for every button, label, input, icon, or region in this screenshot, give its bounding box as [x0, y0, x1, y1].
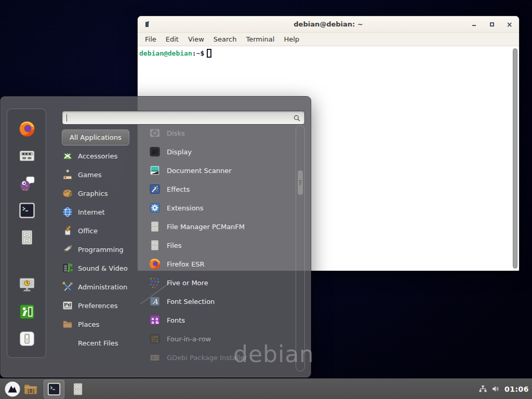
menu-view[interactable]: View: [183, 33, 209, 46]
prompt-colon: :: [192, 49, 196, 57]
text-caret: [66, 114, 67, 122]
app-item-firefox-esr[interactable]: Firefox ESR: [149, 255, 295, 273]
category-graphics[interactable]: Graphics: [62, 184, 146, 203]
app-item-document-scanner[interactable]: Document Scanner: [149, 161, 295, 180]
document-scanner-icon: [149, 164, 161, 177]
menu-file[interactable]: File: [140, 33, 161, 46]
menu-search-bar: [62, 111, 305, 125]
preferences-icon: [62, 300, 73, 311]
volume-icon[interactable]: [491, 384, 500, 393]
category-preferences[interactable]: Preferences: [62, 296, 146, 315]
favorites-panel: [7, 109, 46, 358]
file-cabinet-icon: [149, 220, 161, 233]
file-cabinet-icon: [149, 239, 161, 251]
shell-prompt: debian@debian:~$: [139, 49, 211, 58]
internet-globe-icon: [62, 206, 73, 218]
menu-scrollbar-track[interactable]: [296, 125, 305, 371]
menu-terminal[interactable]: Terminal: [241, 33, 279, 46]
fonts-icon: a aa &: [149, 314, 161, 326]
accessories-icon: [62, 150, 73, 162]
svg-text:a &: a &: [152, 320, 159, 325]
prompt-dollar: $: [200, 49, 204, 57]
search-icon: [293, 114, 301, 122]
scrollbar-grip-icon: [299, 180, 301, 185]
close-icon: ×: [507, 21, 513, 28]
places-folder-icon: [62, 318, 73, 330]
maximize-icon: [490, 22, 494, 26]
five-or-more-icon: [149, 276, 161, 289]
app-item-disks[interactable]: Disks: [149, 124, 295, 142]
games-icon: [62, 169, 73, 180]
search-input[interactable]: [63, 112, 304, 124]
svg-text:A: A: [152, 298, 158, 305]
menu-launcher-button[interactable]: [4, 381, 21, 397]
app-item-extensions[interactable]: Extensions: [149, 198, 295, 217]
administration-icon: [62, 281, 73, 292]
terminal-launcher-icon[interactable]: [18, 202, 36, 219]
desktop-folder-button[interactable]: [D]: [23, 381, 38, 397]
category-all-applications[interactable]: All Applications: [62, 128, 146, 147]
maximize-button[interactable]: [488, 16, 495, 32]
category-sound-video[interactable]: Sound & Video: [62, 259, 146, 277]
application-list: Disks Display Document Scanner Effects E…: [149, 124, 295, 367]
app-item-five-or-more[interactable]: Five or More: [149, 273, 295, 292]
gdebi-icon: [149, 351, 161, 364]
category-accessories[interactable]: Accessories: [62, 147, 146, 165]
disks-icon: [149, 127, 161, 139]
app-item-fonts[interactable]: a aa & Fonts: [149, 311, 295, 329]
graphics-icon: [62, 188, 73, 199]
menu-search[interactable]: Search: [209, 33, 242, 46]
app-item-files[interactable]: Files: [149, 236, 295, 255]
file-cabinet-icon[interactable]: [18, 229, 36, 246]
menu-help[interactable]: Help: [279, 33, 304, 46]
minimize-button[interactable]: [471, 16, 477, 32]
app-item-display[interactable]: Display: [149, 142, 295, 161]
shut-down-icon[interactable]: [18, 330, 36, 348]
system-tray: 01:06: [478, 379, 529, 399]
svg-text:[D]: [D]: [27, 389, 35, 394]
application-menu: debian: [0, 96, 311, 378]
app-item-file-manager-pcmanfm[interactable]: File Manager PCManFM: [149, 217, 295, 236]
category-games[interactable]: Games: [62, 165, 146, 184]
app-item-gdebi-package-installer[interactable]: GDebi Package Installer: [149, 348, 295, 367]
category-administration[interactable]: Administration: [62, 277, 146, 296]
app-item-four-in-a-row[interactable]: Four-in-a-row: [149, 329, 295, 348]
firefox-launcher-icon[interactable]: [18, 120, 36, 138]
log-out-icon[interactable]: [18, 303, 36, 321]
effects-icon: [149, 183, 161, 195]
pidgin-icon[interactable]: [18, 175, 36, 192]
lock-screen-icon[interactable]: [18, 276, 36, 294]
category-list: All Applications Accessories Games Graph…: [62, 128, 146, 352]
close-button[interactable]: ×: [506, 16, 513, 32]
app-item-font-selection[interactable]: A Font Selection: [149, 292, 295, 311]
window-title: debian@debian: ~: [138, 16, 519, 33]
terminal-titlebar[interactable]: debian@debian: ~ ×: [138, 16, 519, 33]
terminal-icon: [47, 382, 61, 396]
network-icon[interactable]: [478, 384, 487, 393]
font-selection-icon: A: [149, 295, 161, 308]
category-places[interactable]: Places: [62, 315, 146, 334]
clock[interactable]: 01:06: [504, 385, 529, 393]
category-recent-files[interactable]: Recent Files: [62, 334, 146, 352]
desktop: debian@debian: ~ × File Edit View Search…: [0, 0, 532, 399]
firefox-icon: [149, 258, 161, 270]
sound-video-icon: [62, 262, 73, 274]
file-manager-button[interactable]: [71, 382, 85, 396]
four-in-a-row-icon: [149, 332, 161, 345]
terminal-cursor: [207, 49, 211, 58]
extensions-gear-icon: [149, 202, 161, 214]
app-item-effects[interactable]: Effects: [149, 180, 295, 198]
prompt-path: ~: [196, 49, 201, 57]
prompt-user-host: debian@debian: [139, 49, 192, 57]
settings-mixer-icon[interactable]: [18, 147, 36, 165]
category-internet[interactable]: Internet: [62, 203, 146, 221]
category-office[interactable]: Office: [62, 221, 146, 240]
terminal-taskbar-button[interactable]: [44, 380, 64, 398]
display-icon: [149, 145, 161, 158]
category-programming[interactable]: Programming: [62, 240, 146, 259]
menu-edit[interactable]: Edit: [161, 33, 183, 46]
menu-scrollbar-thumb[interactable]: [297, 170, 303, 195]
terminal-scrollbar[interactable]: [513, 48, 517, 269]
taskbar: [D] 01:06: [0, 378, 532, 399]
office-icon: [62, 225, 73, 236]
